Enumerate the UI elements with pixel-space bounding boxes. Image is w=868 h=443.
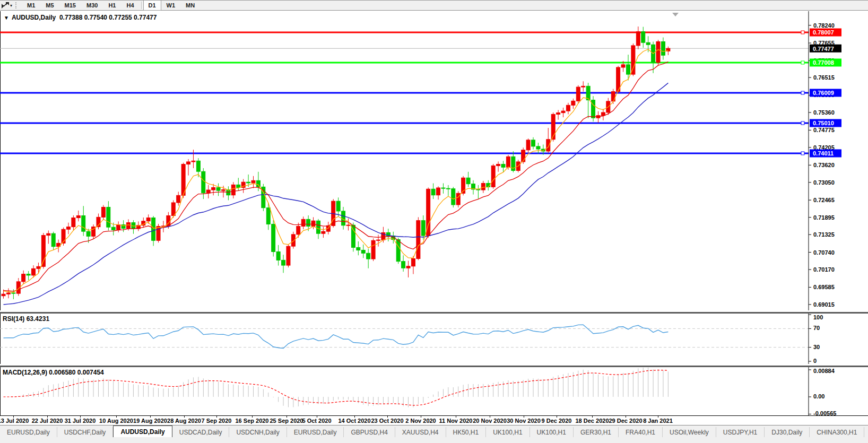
candle-body [361,250,365,254]
date-tick [626,416,626,418]
macd-chart-svg[interactable]: 0.008840.00-0.00565 [0,367,868,415]
rsi-chart-svg[interactable]: 10070300 [0,314,868,364]
toolbar-grip[interactable] [15,2,18,8]
candle-body [421,221,425,236]
chart-tab-ger30-h1[interactable]: GER30,H1 [574,427,619,438]
macd-tick-label: 0.00884 [813,368,835,374]
candle-body [32,268,36,275]
cursor-tool-icon[interactable] [1,2,10,9]
candle-body [322,231,325,233]
candle-body [631,46,635,74]
candle-body [6,293,10,294]
date-label: 11 Nov 2020 [439,418,473,424]
chart-title-caret[interactable]: ▼ [4,15,9,21]
timeframe-button-m30[interactable]: M30 [81,0,103,11]
date-tick [490,416,490,418]
candle-body [367,253,370,259]
chart-tab-usdcnh-daily[interactable]: USDCNH,Daily [229,427,287,438]
price-tag-label: 0.78007 [813,29,834,36]
chart-tab-china300-h1[interactable]: CHINA300,H1 [810,427,864,438]
candle-body [581,86,585,87]
chart-tab-usoil-weekly[interactable]: USOil,Weekly [663,427,716,438]
candle-body [86,231,90,236]
chart-tab-gbpusd-h4[interactable]: GBPUSD,H4 [344,427,395,438]
candle-body [101,207,105,218]
timeframe-toolbar: ▾ M1M5M15M30H1H4D1W1MN [0,0,868,11]
candle-body [636,32,640,46]
chart-tab-dj30-daily[interactable]: DJ30,Daily [765,427,810,438]
candle-body [76,216,80,218]
chart-tab-uk100-h1[interactable]: UK100,H1 [530,427,574,438]
candle-body [357,247,360,250]
hline-handle[interactable] [801,121,804,125]
timeframe-button-m1[interactable]: M1 [22,0,40,11]
rsi-tick-label: 100 [813,314,823,320]
candle-body [627,65,630,74]
chart-tab-eurusd-daily[interactable]: EURUSD,Daily [287,427,344,438]
toolbar-separator [141,2,142,9]
candle-body [287,246,290,265]
chart-tab-usdjpy-h1[interactable]: USDJPY,H1 [716,427,765,438]
chart-tab-hk50-h1[interactable]: HK50,H1 [446,427,487,438]
price-tick-label: 0.74775 [813,127,835,133]
rsi-tick-label: 70 [813,325,820,331]
date-label: 13 Jul 2020 [0,418,29,424]
candle-body [526,140,530,150]
macd-tick-label: 0.00 [813,393,824,399]
candle-body [536,146,540,149]
hline-handle[interactable] [801,152,804,155]
candle-body [187,162,190,164]
rsi-indicator-pane[interactable]: RSI(14) 63.4231 10070300 [0,312,868,366]
chart-tabs: EURUSD,DailyUSDCHF,DailyAUDUSD,DailyUSDC… [0,425,868,438]
candle-body [301,219,305,226]
timeframe-button-d1[interactable]: D1 [143,0,161,11]
timeframe-button-mn[interactable]: MN [180,0,200,11]
date-tick [317,416,317,418]
candle-body [396,240,400,262]
chart-tab-uk100-h1[interactable]: UK100,H1 [486,427,530,438]
candle-body [452,189,455,205]
chart-tab-xauusd-h4[interactable]: XAUUSD,H4 [395,427,446,438]
candle-body [41,236,45,267]
timeframe-button-w1[interactable]: W1 [161,0,181,11]
chart-symbol-label: AUDUSD,Daily [12,14,56,21]
date-tick [252,416,253,418]
date-axis[interactable]: 13 Jul 202022 Jul 202031 Jul 202010 Aug … [0,415,868,425]
candle-body [117,225,120,230]
chart-tab-audusd-daily[interactable]: AUDUSD,Daily [113,425,172,438]
chart-tab-usoil-[interactable]: USOil, [864,427,868,438]
timeframe-button-m15[interactable]: M15 [59,0,81,11]
candle-body [546,140,550,151]
price-chart-pane[interactable]: ▼AUDUSD,Daily 0.77388 0.77540 0.77255 0.… [0,11,868,310]
date-label: 30 Nov 2020 [507,418,541,424]
candle-body [177,195,180,203]
chart-shift-marker-icon[interactable] [672,13,679,16]
date-tick [421,416,421,418]
price-tick-label: 0.73050 [813,179,835,186]
chart-tab-usdchf-daily[interactable]: USDCHF,Daily [57,427,114,438]
candle-body [22,274,25,282]
candle-body [266,208,270,224]
candlestick-chart-svg[interactable]: 0.782400.776550.770700.765150.759300.753… [0,11,868,310]
price-tick-label: 0.70170 [813,266,835,273]
candle-body [501,164,505,168]
candle-body [371,240,375,259]
date-tick [13,416,14,418]
timeframe-button-h1[interactable]: H1 [103,0,121,11]
date-tick [47,416,48,418]
timeframe-button-h4[interactable]: H4 [121,0,139,11]
chart-tab-eurusd-daily[interactable]: EURUSD,Daily [0,427,57,438]
candle-body [656,42,660,63]
candle-body [441,188,445,188]
date-label: 25 Sep 2020 [270,418,303,424]
chart-tab-bar: EURUSD,DailyUSDCHF,DailyAUDUSD,DailyUSDC… [0,425,868,438]
hline-handle[interactable] [801,91,804,94]
date-label: 10 Aug 2020 [99,418,133,424]
macd-indicator-pane[interactable]: MACD(12,26,9) 0.006580 0.007454 0.008840… [0,366,868,417]
tool-dropdown-caret[interactable]: ▾ [10,3,12,8]
hline-handle[interactable] [801,31,804,34]
timeframe-button-m5[interactable]: M5 [40,0,59,11]
chart-tab-fra40-h1[interactable]: FRA40,H1 [619,427,663,438]
chart-tab-usdcad-daily[interactable]: USDCAD,Daily [172,427,230,438]
hline-handle[interactable] [801,61,804,64]
